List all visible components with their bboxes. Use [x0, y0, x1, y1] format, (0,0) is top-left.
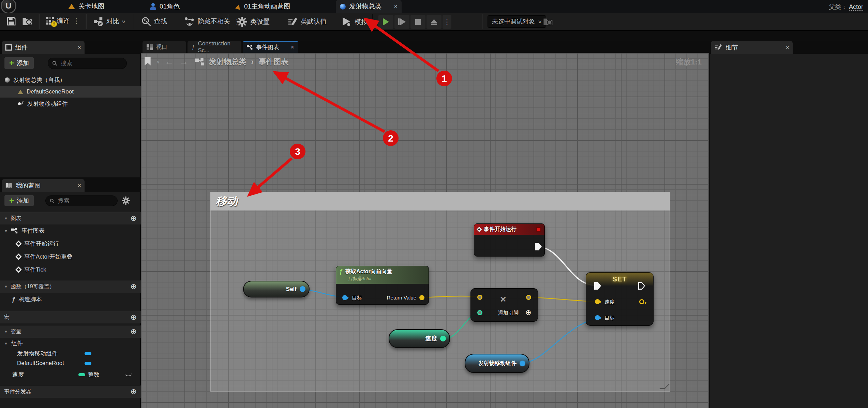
add-component-button[interactable]: + 添加 [4, 57, 34, 69]
construction-script-item[interactable]: ƒ 构造脚本 [12, 295, 42, 303]
section-event-dispatchers[interactable]: 事件分发器 ⊕ [0, 385, 141, 398]
zoom-level-label: 缩放1:1 [676, 57, 702, 67]
node-get-speed[interactable]: 速度 [389, 329, 450, 348]
target-pin[interactable] [342, 295, 347, 300]
variable-projectile-movement[interactable]: 发射物移动组件 [17, 350, 136, 358]
exec-out-pin[interactable] [535, 243, 542, 250]
parent-class-link[interactable]: Actor [849, 3, 863, 11]
add-blueprint-item-button[interactable]: + 添加 [4, 195, 34, 206]
components-search[interactable] [48, 58, 127, 69]
stop-button[interactable] [410, 15, 425, 29]
speed-output-pin[interactable] [639, 299, 644, 304]
close-icon[interactable]: × [394, 3, 398, 10]
nav-forward-icon[interactable]: → [179, 56, 189, 67]
add-pin-label[interactable]: 添加引脚 [498, 310, 519, 316]
tree-item-self[interactable]: 发射物总类（自我） [0, 74, 141, 85]
target-input-pin[interactable] [595, 315, 600, 320]
close-icon[interactable]: × [77, 182, 81, 189]
save-button[interactable] [6, 16, 16, 27]
nav-back-icon[interactable]: ← [165, 56, 174, 67]
variables-components-group[interactable]: ▼ 组件 [4, 339, 23, 347]
multiply-output-pin[interactable] [526, 295, 531, 300]
diff-button[interactable]: 对比 ∨ [93, 16, 125, 27]
variable-speed[interactable]: 速度 整数 [12, 371, 135, 379]
collapse-icon[interactable]: ▼ [4, 285, 8, 289]
debug-object-dropdown[interactable]: 未选中调试对象 ∨ [488, 15, 546, 28]
add-dispatcher-icon[interactable]: ⊕ [131, 387, 137, 396]
close-icon[interactable]: × [785, 44, 789, 51]
myblueprint-search[interactable] [45, 195, 118, 206]
event-actoroverlap-item[interactable]: 事件Actor开始重叠 [16, 253, 73, 261]
details-panel-tab[interactable]: 细节 × [711, 41, 793, 54]
compile-options-icon[interactable]: ⋮ [73, 17, 80, 25]
add-pin-icon[interactable]: ⊕ [525, 308, 532, 317]
section-graphs[interactable]: ▼ 图表 ⊕ [0, 212, 141, 224]
search-input[interactable] [57, 197, 113, 205]
myblueprint-settings-button[interactable] [121, 196, 130, 206]
event-graph-canvas[interactable]: 移动 事件开始运行 ƒ 获取Actor向前向 [141, 53, 709, 408]
collapse-icon[interactable]: ▼ [4, 216, 8, 220]
eventgraph-item[interactable]: ▼ 事件图表 [4, 227, 45, 235]
collapse-icon[interactable]: ▼ [4, 330, 8, 334]
tab-level-map[interactable]: 关卡地图 [68, 2, 104, 11]
eye-closed-icon[interactable] [125, 373, 132, 376]
class-defaults-button[interactable]: 类默认值 [287, 16, 327, 27]
bookmark-icon[interactable] [144, 57, 152, 66]
tree-item-projectile-movement[interactable]: 发射物移动组件 [0, 98, 141, 109]
event-beginplay-item[interactable]: 事件开始运行 [16, 240, 59, 248]
add-variable-icon[interactable]: ⊕ [131, 327, 137, 336]
section-macros[interactable]: 宏 ⊕ [0, 311, 141, 323]
tab-anim-blueprint[interactable]: 01主角动画蓝图 [236, 2, 290, 11]
add-macro-icon[interactable]: ⊕ [131, 313, 137, 322]
search-input[interactable] [60, 60, 122, 67]
collapse-icon[interactable]: ▼ [4, 229, 8, 233]
play-options-button[interactable]: ⋮ [443, 15, 451, 29]
simulate-button[interactable]: 模拟 [341, 16, 368, 27]
return-value-pin[interactable] [419, 295, 424, 300]
multiply-input-a-pin[interactable] [477, 295, 482, 300]
bookmark-chevron-icon[interactable]: ∨ [156, 59, 160, 64]
tree-item-defaultsceneroot[interactable]: DefaultSceneRoot [0, 86, 141, 98]
hide-unrelated-button[interactable]: 隐藏不相关 ⋮ [184, 16, 240, 27]
node-event-beginplay[interactable]: 事件开始运行 [474, 223, 545, 257]
collapse-icon[interactable]: ▼ [4, 341, 8, 346]
event-tick-item[interactable]: 事件Tick [16, 266, 46, 274]
myblueprint-panel-tab[interactable]: 我的蓝图 × [2, 179, 85, 192]
node-self[interactable]: Self [243, 281, 310, 297]
variable-defaultsceneroot[interactable]: DefaultSceneRoot [17, 360, 136, 367]
node-get-actor-forward-vector[interactable]: ƒ 获取Actor向前向量 目标是Actor 目标 Return Value [336, 266, 429, 305]
unreal-logo-icon[interactable]: U [1, 0, 16, 14]
section-variables[interactable]: ▼ 变量 ⊕ [0, 325, 141, 338]
eventgraph-tab[interactable]: 事件图表 × [243, 41, 298, 53]
close-icon[interactable]: × [77, 44, 81, 51]
self-label: Self [286, 286, 297, 293]
play-button[interactable] [378, 15, 393, 29]
add-function-icon[interactable]: ⊕ [131, 282, 137, 291]
tab-projectile-class-active[interactable]: 发射物总类 × [336, 0, 402, 13]
viewport-tab[interactable]: 视口 [143, 41, 186, 53]
speed-input-pin[interactable] [595, 299, 600, 304]
browse-button[interactable] [22, 16, 33, 27]
tab-label: 01主角动画蓝图 [244, 2, 290, 11]
construction-script-tab[interactable]: ƒ Construction Sc... [188, 41, 241, 53]
multiply-input-b-pin[interactable] [477, 310, 482, 315]
tab-character[interactable]: 01角色 [150, 2, 180, 11]
section-functions[interactable]: ▼ 函数（19可覆盖） ⊕ [0, 280, 141, 293]
breadcrumb-current[interactable]: 事件图表 [259, 57, 289, 67]
find-button[interactable]: 查找 [141, 16, 167, 27]
step-button[interactable] [394, 15, 409, 29]
breadcrumb-root[interactable]: 发射物总类 [209, 57, 246, 67]
class-settings-button[interactable]: 类设置 [237, 16, 270, 27]
node-multiply[interactable]: × 添加引脚 ⊕ [470, 288, 538, 322]
add-graph-icon[interactable]: ⊕ [131, 214, 137, 223]
components-panel-tab[interactable]: 组件 × [2, 41, 85, 54]
node-set-speed[interactable]: SET 速度 目标 [586, 272, 654, 326]
eject-button[interactable] [426, 15, 442, 29]
node-get-projectile-movement[interactable]: 发射物移动组件 [465, 354, 529, 373]
self-output-pin[interactable] [300, 286, 305, 292]
speed-output-pin[interactable] [440, 336, 446, 341]
debug-browse-button[interactable] [543, 16, 554, 27]
close-icon[interactable]: × [290, 44, 294, 51]
compile-button[interactable]: ? 编译 ⋮ [46, 16, 80, 25]
component-output-pin[interactable] [520, 361, 525, 366]
